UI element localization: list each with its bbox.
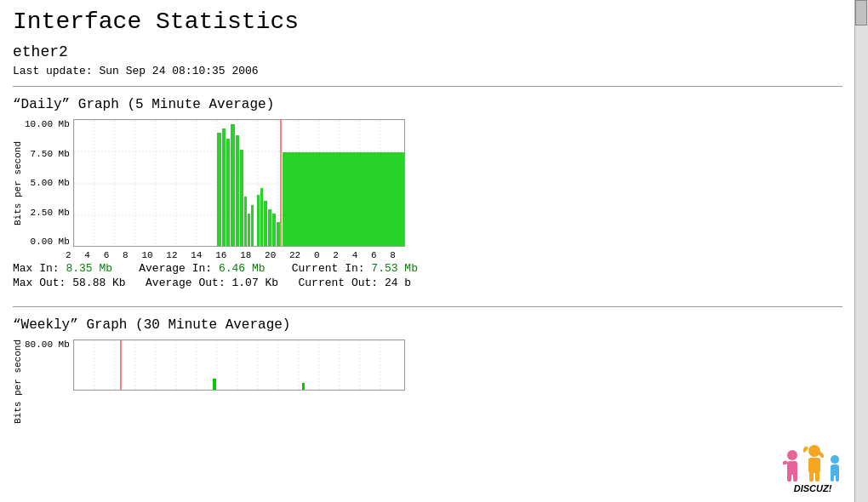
svg-rect-33 [251,205,254,246]
daily-x-axis: 2 4 6 8 10 12 14 16 18 20 22 0 2 4 6 8 [13,250,396,260]
discuz-figures [783,444,842,449]
x-tick: 22 [289,250,300,260]
last-update-value: Sun Sep 24 08:10:35 2006 [99,65,258,77]
discuz-logo: DISCUZ! [774,442,851,449]
svg-rect-40 [74,340,404,390]
daily-graph-title: “Daily” Graph (5 Minute Average) [13,97,842,112]
cur-in-value: 7.53 Mb [371,262,418,275]
weekly-graph-section: “Weekly” Graph (30 Minute Average) Bits … [13,317,842,424]
max-in-value: 8.35 Mb [66,262,112,275]
daily-graph-container: Bits per second 10.00 Mb 7.50 Mb 5.00 Mb… [13,119,842,247]
svg-rect-30 [240,150,243,246]
x-tick: 14 [191,250,202,260]
y-tick: 0.00 Mb [31,237,70,247]
avg-out-value: 1.07 Kb [232,277,279,289]
cur-out-value: 24 b [385,277,411,289]
svg-rect-29 [236,135,239,246]
x-tick: 8 [390,250,396,260]
svg-rect-62 [302,383,305,390]
x-tick: 0 [314,250,320,260]
cur-out-label: Current Out: [299,277,379,289]
svg-rect-24 [283,152,404,246]
x-tick: 10 [141,250,152,260]
daily-stats-line1: Max In: 8.35 Mb Average In: 6.46 Mb Curr… [13,262,842,275]
svg-rect-36 [264,201,267,246]
daily-chart-area [73,119,405,247]
max-out-label: Max Out: [13,277,66,289]
weekly-y-axis-label: Bits per second [13,339,23,424]
y-tick: 5.00 Mb [31,178,70,188]
avg-in-value: 6.46 Mb [219,262,266,275]
x-tick: 6 [371,250,377,260]
svg-rect-34 [257,195,260,246]
x-tick: 4 [352,250,358,260]
daily-graph-section: “Daily” Graph (5 Minute Average) Bits pe… [13,97,842,289]
scrollbar[interactable] [854,0,868,449]
y-tick: 2.50 Mb [31,208,70,218]
x-tick: 16 [215,250,226,260]
avg-in-label: Average In: [139,262,212,275]
y-tick: 10.00 Mb [25,119,70,129]
svg-rect-70 [803,446,808,449]
page-title: Interface Statistics [13,9,842,35]
svg-rect-61 [213,379,216,390]
svg-rect-25 [217,133,221,246]
svg-rect-26 [222,128,226,246]
svg-rect-31 [244,197,247,246]
svg-rect-39 [277,222,280,246]
x-tick: 12 [166,250,177,260]
max-in-label: Max In: [13,262,60,275]
divider2 [13,306,842,307]
x-tick: 18 [240,250,251,260]
svg-rect-32 [248,214,250,246]
x-tick: 8 [123,250,128,260]
svg-rect-35 [260,188,263,246]
x-tick: 4 [84,250,90,260]
divider [13,86,842,87]
svg-rect-28 [231,124,235,246]
svg-rect-37 [268,209,271,246]
svg-rect-27 [226,139,230,246]
last-update: Last update: Sun Sep 24 08:10:35 2006 [13,65,842,77]
weekly-chart-area [73,339,405,391]
daily-stats-line2: Max Out: 58.88 Kb Average Out: 1.07 Kb C… [13,277,842,289]
x-tick: 6 [104,250,110,260]
svg-point-68 [808,445,820,449]
interface-name: ether2 [13,43,842,60]
weekly-graph-title: “Weekly” Graph (30 Minute Average) [13,317,842,333]
last-update-label: Last update: [13,65,93,77]
y-tick: 80.00 Mb [25,339,70,350]
x-tick: 2 [66,250,71,260]
x-tick: 2 [333,250,339,260]
avg-out-label: Average Out: [146,277,226,289]
daily-y-axis-ticks: 10.00 Mb 7.50 Mb 5.00 Mb 2.50 Mb 0.00 Mb [25,119,73,247]
x-tick: 20 [265,250,276,260]
weekly-graph-container: Bits per second 80.00 Mb [13,339,842,424]
daily-y-axis-label: Bits per second [13,119,23,247]
cur-in-label: Current In: [292,262,365,275]
y-tick: 7.50 Mb [31,149,70,159]
max-out-value: 58.88 Kb [72,277,125,289]
weekly-y-axis-ticks: 80.00 Mb [25,339,73,424]
scrollbar-thumb[interactable] [855,0,867,26]
svg-rect-38 [272,214,276,246]
